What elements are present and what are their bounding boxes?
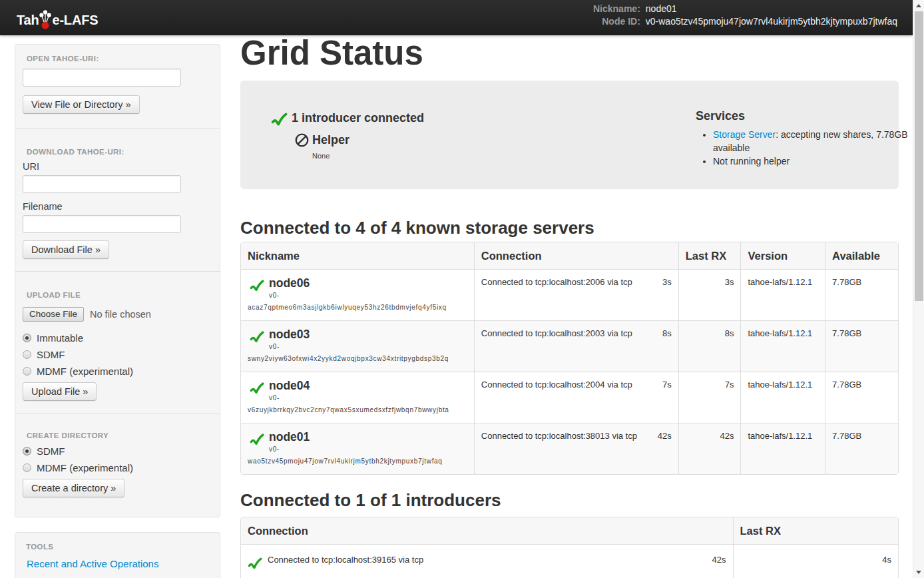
download-filename-input[interactable] [23,215,181,233]
nickname-value: node01 [646,3,677,14]
col-header-available: Available [825,242,898,269]
radio-mkdir-sdmf[interactable] [23,447,31,455]
radio-upload-mdmf-label: MDMF (experimental) [37,366,133,377]
row-check-icon [250,278,264,295]
connection-cell: Connected to tcp:localhost:38013 via tcp… [474,423,678,474]
introducers-heading: Connected to 1 of 1 introducers [240,491,899,509]
uri-field-label: URI [23,160,212,172]
open-uri-title: OPEN TAHOE-URI: [27,55,212,63]
node-nickname: node01 [248,430,467,444]
choose-file-button[interactable]: Choose File [23,307,84,322]
mkdir-format-sdmf[interactable]: SDMF [23,445,212,457]
available-cell: 7.78GB [825,269,898,320]
view-file-button[interactable]: View File or Directory » [23,95,140,114]
connection-cell: Connected to tcp:localhost:2003 via tcp8… [474,320,678,372]
service-helper-item: Not running helper [713,154,913,168]
node-id-prefix: v0- [248,394,467,403]
open-uri-section: OPEN TAHOE-URI: View File or Directory » [15,45,220,128]
scrollbar-up-button[interactable] [913,0,924,11]
col-header-lastrx: Last RX [678,242,741,269]
scroll-up-arrow-icon [916,4,921,7]
connection-time: 42s [658,430,672,441]
nickname-cell: node03 v0- swny2viyw63ofxwi4x2yykd2woqjb… [241,320,474,372]
available-cell: 7.78GB [825,320,898,372]
services-block: Services Storage Server: accepting new s… [696,109,915,168]
brand-text-pre: Tah [17,13,39,28]
last-rx-cell: 8s [678,320,741,372]
radio-mkdir-mdmf[interactable] [23,463,31,472]
nickname-cell: node04 v0- v6zuyjkbrrkqy2bvc2cny7qwax5sx… [241,372,474,423]
sidebar-forms-panel: OPEN TAHOE-URI: View File or Directory »… [15,44,220,517]
node-nickname: node04 [248,379,467,393]
download-uri-input[interactable] [23,175,181,193]
version-cell: tahoe-lafs/1.12.1 [740,320,825,372]
version-cell: tahoe-lafs/1.12.1 [740,372,825,423]
col-header-connection: Connection [474,242,678,269]
connection-time: 3s [662,276,672,288]
no-file-chosen-text: No file chosen [90,309,151,320]
last-rx-cell: 4s [733,544,898,578]
version-cell: tahoe-lafs/1.12.1 [740,269,825,320]
storage-servers-heading: Connected to 4 of 4 known storage server… [240,218,899,237]
page-title: Grid Status [240,36,899,71]
vertical-scrollbar[interactable] [913,0,924,578]
not-running-icon [295,133,309,147]
col-header-lastrx: Last RX [733,517,898,544]
node-id-value: v0-wao5tzv45pmoju47jow7rvl4ukirjm5ytbh2k… [646,16,897,27]
upload-file-button[interactable]: Upload File » [23,382,97,401]
row-check-icon [250,432,264,449]
filename-field-label: Filename [23,200,212,212]
file-input: Choose File No file chosen [23,307,212,322]
radio-upload-sdmf[interactable] [23,350,31,359]
last-rx-cell: 42s [678,423,741,474]
scrollbar-down-button[interactable] [913,567,924,578]
storage-row-node04: node04 v0- v6zuyjkbrrkqy2bvc2cny7qwax5sx… [241,372,898,423]
upload-format-mdmf[interactable]: MDMF (experimental) [23,366,212,377]
row-check-icon [250,329,264,346]
radio-mkdir-mdmf-label: MDMF (experimental) [37,462,133,473]
connection-text: Connected to tcp:localhost:2003 via tcp [481,328,632,339]
connection-time: 8s [662,328,672,339]
connection-cell: Connected to tcp:localhost:39165 via tcp… [241,544,733,578]
radio-immutable[interactable] [23,334,31,342]
connection-text: Connected to tcp:localhost:2006 via tcp [481,276,632,288]
upload-format-immutable[interactable]: Immutable [23,332,212,344]
introducer-status-text: 1 introducer connected [292,110,424,127]
nickname-label: Nickname: [587,3,640,15]
service-storage-item: Storage Server: accepting new shares, 7.… [713,128,913,154]
row-check-icon [250,380,264,398]
scrollbar-thumb[interactable] [915,11,923,301]
radio-upload-sdmf-label: SDMF [37,349,65,360]
available-cell: 7.78GB [825,372,898,423]
col-header-connection: Connection [241,517,733,544]
radio-immutable-label: Immutable [37,332,83,344]
tools-title: TOOLS [26,543,212,551]
mkdir-format-mdmf[interactable]: MDMF (experimental) [23,462,212,473]
connection-text: Connected to tcp:localhost:39165 via tcp [268,554,423,565]
node-id-hash: wao5tzv45pmoju47jow7rvl4ukirjm5ytbh2kjty… [248,457,467,466]
brand-text-post: e-LAFS [52,13,98,28]
col-header-nickname: Nickname [241,242,474,269]
open-uri-input[interactable] [23,69,181,87]
connected-check-icon [271,113,288,129]
sidebar: OPEN TAHOE-URI: View File or Directory »… [15,44,220,578]
nickname-row: Nickname:node01 [587,3,897,15]
node-id-hash: acaz7qptmeo6m3asjlgkb6iwlyuqey53hz26tbdm… [248,303,467,312]
scroll-down-arrow-icon [916,571,921,574]
upload-format-sdmf[interactable]: SDMF [23,349,212,360]
create-directory-button[interactable]: Create a directory » [23,479,124,497]
brand-logo[interactable]: Tah e-LAFS [17,0,98,35]
helper-title: Helper [312,133,349,147]
storage-server-link[interactable]: Storage Server [713,129,776,140]
storage-servers-table: Nickname Connection Last RX Version Avai… [240,242,899,475]
main-content: Grid Status 1 introducer connected Helpe… [240,44,899,578]
node-id-row: Node ID:v0-wao5tzv45pmoju47jow7rvl4ukirj… [587,15,897,28]
recent-operations-link[interactable]: Recent and Active Operations [27,557,212,571]
available-cell: 7.78GB [825,423,898,474]
connection-time: 7s [662,379,672,390]
row-check-icon [248,557,262,572]
node-id-hash: v6zuyjkbrrkqy2bvc2cny7qwax5sxumedsxfzfjw… [248,406,467,415]
radio-upload-mdmf[interactable] [23,367,31,376]
node-nickname: node03 [248,328,467,342]
download-file-button[interactable]: Download File » [23,240,109,259]
